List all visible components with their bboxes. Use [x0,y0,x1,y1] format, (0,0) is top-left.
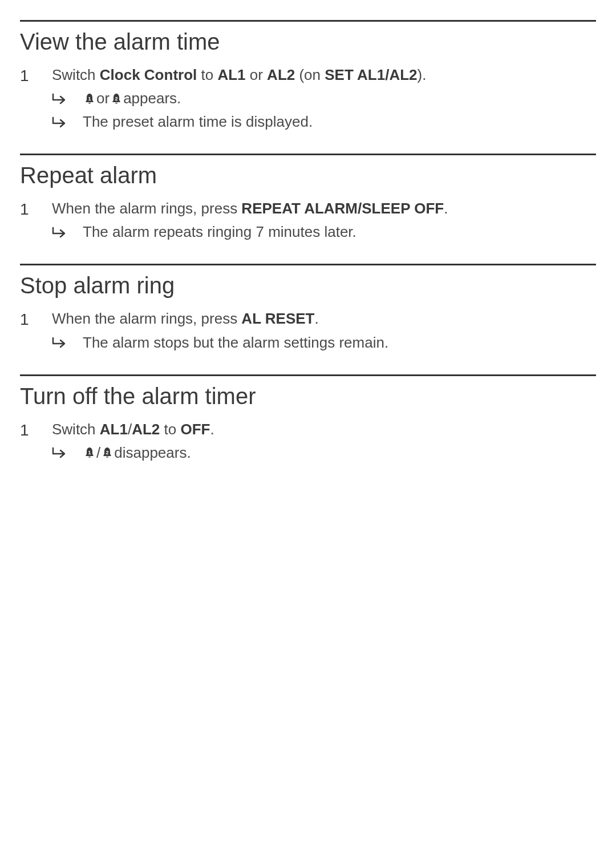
text: / [96,443,100,463]
sub-result: 1 or 2 appears. [52,88,596,108]
svg-text:1: 1 [88,450,91,455]
step-text: When the alarm rings, press REPEAT ALARM… [52,199,596,219]
section-title: Repeat alarm [20,160,596,191]
bold-text: AL2 [132,421,160,438]
text: When the alarm rings, press [52,200,241,217]
bold-text: AL1 [217,66,245,83]
section-view-alarm-time: View the alarm time 1 Switch Clock Contr… [20,20,596,154]
section-title: Turn off the alarm timer [20,381,596,412]
step: 1 Switch Clock Control to AL1 or AL2 (on… [20,65,596,135]
step-number: 1 [20,309,52,330]
sub-text: 1/2 disappears. [83,443,596,463]
step-number: 1 [20,420,52,441]
text: to [197,66,217,83]
sub-text: The alarm repeats ringing 7 minutes late… [83,222,596,242]
result-arrow-icon [52,116,83,128]
step: 1 When the alarm rings, press AL RESET. … [20,309,596,356]
section-title: View the alarm time [20,26,596,57]
text: . [444,200,448,217]
sub-result: The alarm repeats ringing 7 minutes late… [52,222,596,242]
svg-text:2: 2 [106,450,109,455]
bold-text: AL RESET [241,310,314,327]
step-number: 1 [20,199,52,220]
step-number: 1 [20,65,52,87]
result-arrow-icon [52,337,83,348]
section-turn-off-alarm-timer: Turn off the alarm timer 1 Switch AL1/AL… [20,374,596,485]
step-text: Switch Clock Control to AL1 or AL2 (on S… [52,65,596,85]
bold-text: OFF [180,421,210,438]
step: 1 When the alarm rings, press REPEAT ALA… [20,199,596,245]
text: appears. [123,88,181,108]
step-text: When the alarm rings, press AL RESET. [52,309,596,329]
text: Switch [52,421,100,438]
sub-text: 1 or 2 appears. [83,88,596,108]
bold-text: AL2 [267,66,295,83]
section-title: Stop alarm ring [20,270,596,301]
result-arrow-icon [52,447,83,458]
sub-text: The alarm stops but the alarm settings r… [83,333,596,353]
result-arrow-icon [52,227,83,238]
step: 1 Switch AL1/AL2 to OFF. 1/2 disappears. [20,420,596,466]
text: (on [295,66,325,83]
sub-result: The alarm stops but the alarm settings r… [52,333,596,353]
bold-text: REPEAT ALARM/SLEEP OFF [241,200,444,217]
step-body: When the alarm rings, press AL RESET. Th… [52,309,596,356]
bold-text: SET AL1/AL2 [325,66,417,83]
step-body: When the alarm rings, press REPEAT ALARM… [52,199,596,245]
text: or [96,88,110,108]
section-stop-alarm-ring: Stop alarm ring 1 When the alarm rings, … [20,264,596,374]
text: Switch [52,66,100,83]
text: When the alarm rings, press [52,310,241,327]
bell-2-icon: 2 [111,92,122,105]
sub-result: The preset alarm time is displayed. [52,112,596,132]
text: . [210,421,214,438]
step-body: Switch AL1/AL2 to OFF. 1/2 disappears. [52,420,596,466]
result-arrow-icon [52,93,83,104]
bold-text: Clock Control [100,66,197,83]
text: or [246,66,268,83]
bell-1-icon: 1 [84,92,95,105]
section-repeat-alarm: Repeat alarm 1 When the alarm rings, pre… [20,154,596,264]
svg-text:2: 2 [115,96,118,102]
step-text: Switch AL1/AL2 to OFF. [52,420,596,439]
sub-result: 1/2 disappears. [52,443,596,463]
bell-2-icon: 2 [102,446,113,459]
sub-text: The preset alarm time is displayed. [83,112,596,132]
svg-text:1: 1 [88,96,91,102]
text: to [160,421,180,438]
text: disappears. [114,443,191,463]
text: ). [418,66,427,83]
text: . [314,310,318,327]
bold-text: AL1 [100,421,128,438]
bell-1-icon: 1 [84,446,95,459]
step-body: Switch Clock Control to AL1 or AL2 (on S… [52,65,596,135]
